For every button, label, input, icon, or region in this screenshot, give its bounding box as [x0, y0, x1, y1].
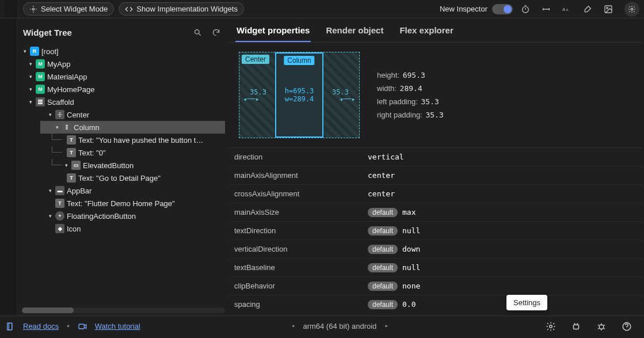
svg-rect-9 [38, 101, 43, 102]
tree-node[interactable]: ▾ Scaffold [22, 96, 225, 108]
tree-node[interactable]: ▾R[root] [22, 45, 225, 58]
default-badge: default [368, 226, 398, 236]
svg-point-6 [631, 8, 633, 10]
svg-point-7 [195, 29, 199, 34]
tree-node[interactable]: ▾MMaterialApp [22, 70, 225, 83]
watch-tutorial-link[interactable]: Watch tutorial [95, 322, 140, 331]
property-value: defaultnull [368, 226, 420, 236]
box-inner-label: Column [284, 56, 314, 65]
book-icon [6, 322, 15, 331]
tree-node[interactable]: ▾MMyHomePage [22, 83, 225, 96]
default-badge: default [368, 263, 398, 272]
svg-point-18 [599, 325, 604, 329]
property-key: textBaseline [234, 263, 368, 272]
tree-node[interactable]: TText: "Flutter Demo Home Page" [33, 197, 225, 210]
svg-rect-12 [66, 127, 67, 128]
property-row: mainAxisSizedefaultmax [230, 203, 642, 222]
property-key: clipBehavior [234, 282, 368, 290]
property-value: center [368, 189, 395, 198]
property-value: default0.0 [368, 300, 416, 309]
footer-bug-icon[interactable] [590, 318, 613, 335]
read-docs-link[interactable]: Read docs [23, 322, 59, 331]
tree-node[interactable]: ▾ Center [33, 108, 225, 121]
separator-dot: • [67, 322, 70, 331]
property-key: crossAxisAlignment [234, 189, 368, 198]
footer-gear-icon[interactable] [539, 318, 562, 335]
svg-rect-8 [38, 100, 43, 101]
footer-help-icon[interactable] [615, 318, 638, 335]
property-value: defaultdown [368, 245, 420, 254]
default-badge: default [368, 282, 398, 291]
settings-tooltip: Settings [506, 295, 547, 310]
svg-rect-10 [38, 103, 43, 104]
dimensions-list: height: 695.3 width: 289.4 left padding:… [377, 71, 444, 119]
stopwatch-icon[interactable] [517, 1, 534, 17]
search-icon[interactable] [189, 24, 205, 40]
svg-point-5 [607, 7, 608, 9]
property-key: verticalDirection [234, 245, 368, 253]
select-widget-mode-button[interactable]: Select Widget Mode [23, 2, 114, 16]
default-badge: default [368, 300, 398, 309]
tree-node[interactable]: ▾MMyApp [22, 58, 225, 70]
svg-point-0 [32, 8, 35, 10]
property-value: vertical [368, 153, 404, 161]
property-row: textBaselinedefaultnull [230, 259, 642, 277]
property-key: direction [234, 153, 368, 161]
show-impl-widgets-button[interactable]: Show Implementation Widgets [119, 2, 244, 16]
settings-gear-icon[interactable] [624, 2, 639, 17]
property-key: textDirection [234, 226, 368, 235]
refresh-icon[interactable] [208, 24, 224, 40]
property-row: verticalDirectiondefaultdown [230, 240, 642, 259]
svg-rect-15 [79, 324, 84, 329]
tree-node[interactable]: ▾+FloatingActionButton [33, 210, 225, 222]
box-model-visualization: Center 35.3 ◂──▸ ◂──▸ 35.3 Column h=695.… [239, 52, 360, 138]
property-row: directionvertical [230, 148, 642, 166]
tab-flex-explorer[interactable]: Flex explorer [398, 23, 454, 42]
tree-hscrollbar[interactable] [22, 307, 225, 313]
tree-node[interactable]: TText: "You have pushed the button t… [58, 134, 225, 146]
tab-render-object[interactable]: Render object [325, 23, 384, 42]
default-badge: default [368, 245, 398, 254]
tree-node[interactable]: TText: "Go to Detail Page" [58, 172, 225, 184]
new-inspector-toggle[interactable] [492, 4, 513, 14]
svg-rect-14 [7, 323, 12, 330]
image-icon[interactable] [600, 1, 616, 17]
brush-icon[interactable] [580, 1, 596, 17]
property-row: crossAxisAlignmentcenter [230, 185, 642, 203]
crosshair-icon [29, 5, 37, 13]
target-platform-label: • arm64 (64 bit) android • [148, 322, 531, 331]
ruler-icon[interactable] [538, 1, 554, 17]
tab-widget-properties[interactable]: Widget properties [235, 23, 311, 42]
svg-point-16 [550, 325, 552, 328]
property-row: textDirectiondefaultnull [230, 222, 642, 240]
new-inspector-label: New Inspector [440, 5, 487, 13]
text-size-icon[interactable]: AA [559, 1, 575, 17]
svg-text:A: A [562, 6, 566, 12]
box-outer-label: Center [242, 55, 269, 64]
tree-node[interactable]: TText: "0" [58, 146, 225, 159]
property-row: spacingdefault0.0 [230, 295, 642, 313]
svg-text:A: A [566, 7, 569, 11]
property-key: spacing [234, 300, 368, 309]
svg-rect-11 [66, 125, 67, 126]
property-value: defaultmax [368, 208, 416, 217]
tree-node-selected[interactable]: ▾ Column [40, 121, 225, 134]
tree-node[interactable]: ◆Icon [33, 222, 225, 235]
property-key: mainAxisAlignment [234, 171, 368, 180]
property-value: center [368, 171, 395, 180]
svg-rect-17 [574, 325, 579, 329]
property-key: mainAxisSize [234, 208, 368, 217]
tree-node[interactable]: ▾▬AppBar [33, 184, 225, 197]
properties-table: directionverticalmainAxisAlignmentcenter… [230, 147, 642, 313]
tree-node[interactable]: ▾▭ElevatedButton [58, 159, 225, 172]
tree-body: ▾R[root] ▾MMyApp ▾MMaterialApp ▾MMyHomeP… [22, 45, 225, 305]
footer-android-icon[interactable] [565, 318, 588, 335]
property-row: mainAxisAlignmentcenter [230, 166, 642, 185]
property-value: defaultnone [368, 282, 420, 291]
select-widget-mode-label: Select Widget Mode [41, 5, 108, 13]
video-icon [78, 322, 87, 331]
code-icon [125, 5, 133, 13]
show-impl-widgets-label: Show Implementation Widgets [136, 5, 238, 13]
property-row: clipBehaviordefaultnone [230, 277, 642, 295]
default-badge: default [368, 208, 398, 217]
